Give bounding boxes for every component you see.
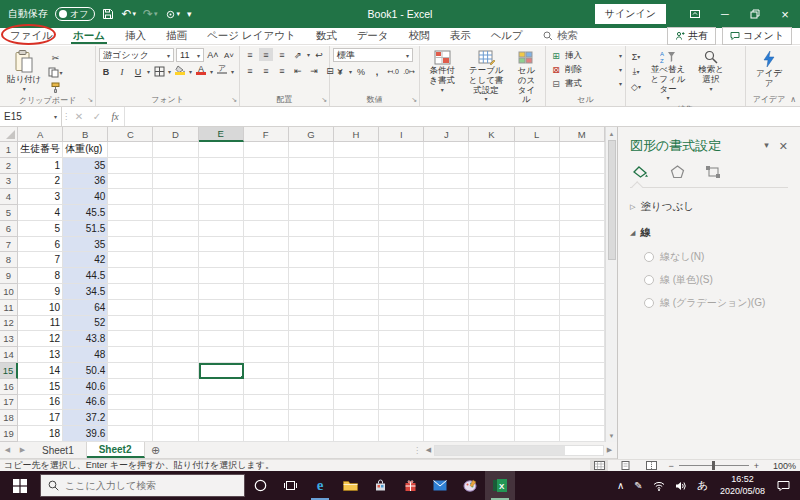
underline-button[interactable]: U	[131, 65, 145, 78]
cell-A16[interactable]: 15	[18, 379, 63, 395]
borders-icon[interactable]	[152, 65, 166, 78]
cell-G6[interactable]	[289, 221, 334, 237]
ribbon-tab-校閲[interactable]: 校閲	[399, 28, 440, 44]
hscroll-left-icon[interactable]: ◀	[423, 446, 434, 454]
cell-J7[interactable]	[424, 237, 469, 253]
orientation-icon[interactable]: ⇗	[291, 48, 305, 61]
cell-B16[interactable]: 40.6	[63, 379, 108, 395]
cell-F18[interactable]	[244, 410, 289, 426]
tray-ime-indicator[interactable]: あ	[692, 471, 713, 500]
decrease-decimal-icon[interactable]: .0↦	[402, 65, 416, 78]
cell-M7[interactable]	[560, 237, 605, 253]
undo-button[interactable]: ↶▾	[121, 7, 136, 21]
line-option-2[interactable]: 線 (グラデーション)(G)	[644, 296, 788, 310]
cell-I4[interactable]	[379, 189, 424, 205]
cell-A14[interactable]: 13	[18, 347, 63, 363]
cell-B12[interactable]: 52	[63, 316, 108, 332]
cell-H4[interactable]	[334, 189, 379, 205]
cell-J2[interactable]	[424, 158, 469, 174]
formula-input[interactable]	[124, 107, 800, 126]
cell-F2[interactable]	[244, 158, 289, 174]
cell-H1[interactable]	[334, 142, 379, 158]
cell-C12[interactable]	[108, 316, 153, 332]
comments-button[interactable]: コメント	[722, 27, 792, 45]
cell-M5[interactable]	[560, 205, 605, 221]
cell-D16[interactable]	[153, 379, 198, 395]
zoom-in-icon[interactable]: +	[754, 461, 759, 471]
cell-C19[interactable]	[108, 426, 153, 442]
cell-H10[interactable]	[334, 284, 379, 300]
cell-A1[interactable]: 生徒番号	[18, 142, 63, 158]
cortana-button[interactable]	[245, 471, 275, 500]
cell-E17[interactable]	[199, 395, 244, 411]
formula-bar-splitter[interactable]: ⋮	[62, 107, 70, 126]
cell-J3[interactable]	[424, 174, 469, 190]
cell-E11[interactable]	[199, 300, 244, 316]
fill-line-tab-icon[interactable]	[630, 163, 652, 181]
size-properties-tab-icon[interactable]	[702, 163, 724, 181]
cell-C1[interactable]	[108, 142, 153, 158]
cell-M12[interactable]	[560, 316, 605, 332]
cell-K16[interactable]	[469, 379, 514, 395]
cell-M14[interactable]	[560, 347, 605, 363]
row-header-11[interactable]: 11	[0, 300, 18, 316]
cell-K18[interactable]	[469, 410, 514, 426]
italic-button[interactable]: I	[115, 65, 129, 78]
cell-J5[interactable]	[424, 205, 469, 221]
customize-qat-button[interactable]: ▾	[187, 9, 192, 19]
cell-F5[interactable]	[244, 205, 289, 221]
cell-L3[interactable]	[515, 174, 560, 190]
cell-L19[interactable]	[515, 426, 560, 442]
cell-L12[interactable]	[515, 316, 560, 332]
column-header-H[interactable]: H	[334, 127, 379, 142]
alignment-dialog-launcher[interactable]: ↘	[321, 96, 327, 104]
column-header-I[interactable]: I	[379, 127, 424, 142]
cell-E1[interactable]	[199, 142, 244, 158]
column-header-B[interactable]: B	[63, 127, 108, 142]
cell-D14[interactable]	[153, 347, 198, 363]
cell-M11[interactable]	[560, 300, 605, 316]
ribbon-tab-表示[interactable]: 表示	[440, 28, 481, 44]
cell-L10[interactable]	[515, 284, 560, 300]
cell-G9[interactable]	[289, 268, 334, 284]
cell-A2[interactable]: 1	[18, 158, 63, 174]
cell-H11[interactable]	[334, 300, 379, 316]
cell-I7[interactable]	[379, 237, 424, 253]
cell-B13[interactable]: 43.8	[63, 331, 108, 347]
cell-E18[interactable]	[199, 410, 244, 426]
cell-H12[interactable]	[334, 316, 379, 332]
cell-D9[interactable]	[153, 268, 198, 284]
cell-I12[interactable]	[379, 316, 424, 332]
cell-C4[interactable]	[108, 189, 153, 205]
cell-G14[interactable]	[289, 347, 334, 363]
sort-filter-button[interactable]: AZ 並べ替えとフィルター▾	[646, 48, 690, 104]
edge-taskbar-icon[interactable]: e	[305, 471, 335, 500]
cell-B9[interactable]: 44.5	[63, 268, 108, 284]
cell-I6[interactable]	[379, 221, 424, 237]
cell-D7[interactable]	[153, 237, 198, 253]
pane-close-icon[interactable]: ✕	[779, 140, 788, 153]
cell-C5[interactable]	[108, 205, 153, 221]
file-explorer-taskbar-icon[interactable]	[335, 471, 365, 500]
row-header-12[interactable]: 12	[0, 316, 18, 332]
cell-C9[interactable]	[108, 268, 153, 284]
cell-H19[interactable]	[334, 426, 379, 442]
row-header-9[interactable]: 9	[0, 268, 18, 284]
cell-L8[interactable]	[515, 252, 560, 268]
cell-A5[interactable]: 4	[18, 205, 63, 221]
ribbon-tab-ホーム[interactable]: ホーム	[63, 28, 115, 44]
number-format-combo[interactable]: 標準▾	[333, 48, 413, 62]
align-left-icon[interactable]: ≡	[243, 64, 257, 77]
cell-K6[interactable]	[469, 221, 514, 237]
cell-E7[interactable]	[199, 237, 244, 253]
cell-C2[interactable]	[108, 158, 153, 174]
cell-F15[interactable]	[244, 363, 289, 379]
cell-G15[interactable]	[289, 363, 334, 379]
cell-M10[interactable]	[560, 284, 605, 300]
decrease-font-icon[interactable]: A˅	[222, 49, 236, 62]
ribbon-tab-データ[interactable]: データ	[347, 28, 399, 44]
cell-H2[interactable]	[334, 158, 379, 174]
cell-C17[interactable]	[108, 395, 153, 411]
cell-H16[interactable]	[334, 379, 379, 395]
cell-J11[interactable]	[424, 300, 469, 316]
